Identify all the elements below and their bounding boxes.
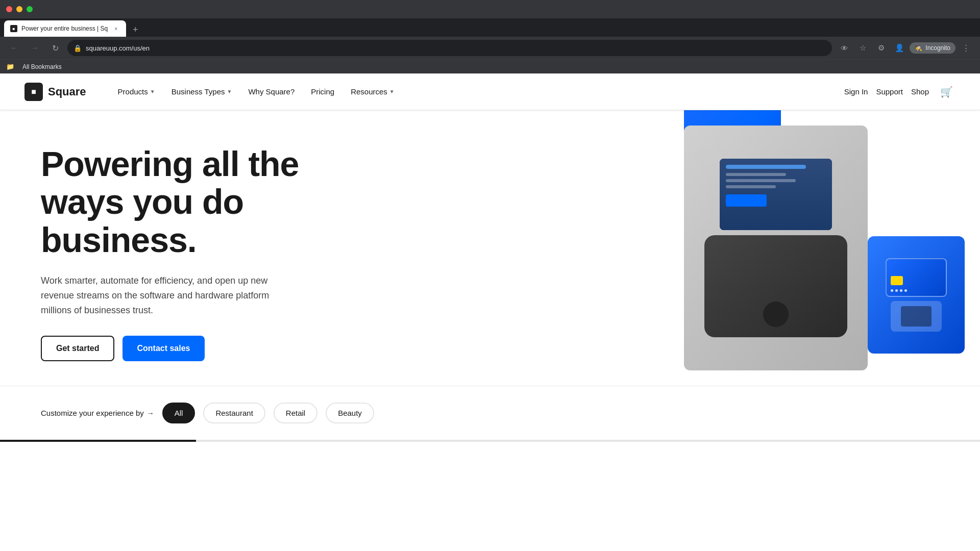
nav-products[interactable]: Products ▼ — [111, 83, 162, 100]
filter-retail-button[interactable]: Retail — [274, 403, 317, 423]
filter-all-button[interactable]: All — [162, 403, 195, 423]
active-tab[interactable]: ■ Power your entire business | Sq × — [4, 20, 126, 37]
hero-buttons: Get started Contact sales — [41, 336, 327, 361]
scroll-indicator — [0, 440, 980, 442]
nav-links: Products ▼ Business Types ▼ Why Square? … — [111, 83, 844, 100]
site-navigation: ■ Square Products ▼ Business Types ▼ Why… — [0, 73, 980, 110]
back-button[interactable]: ← — [6, 40, 22, 56]
hero-subtitle: Work smarter, automate for efficiency, a… — [41, 273, 286, 317]
tab-favicon: ■ — [10, 25, 17, 32]
terminal-screen-content — [720, 159, 832, 230]
phone-visual — [891, 301, 942, 332]
terminal-row-3 — [726, 185, 776, 188]
card-dot-1 — [891, 289, 893, 292]
nav-why-square-label: Why Square? — [248, 87, 295, 96]
window-minimize-button[interactable] — [16, 6, 22, 12]
cart-icon: 🛒 — [940, 86, 953, 98]
tab-title: Power your entire business | Sq — [21, 25, 108, 32]
phone-screen — [901, 306, 932, 327]
nav-business-types[interactable]: Business Types ▼ — [164, 83, 239, 100]
eye-extension-icon[interactable]: 👁 — [836, 40, 852, 56]
terminal-blue-bar — [726, 165, 806, 169]
address-bar[interactable]: 🔒 squareuup.com/us/en — [67, 40, 832, 56]
toolbar-actions: 👁 ☆ ⚙ 👤 🕵 Incognito ⋮ — [836, 40, 974, 56]
shop-link[interactable]: Shop — [911, 87, 929, 96]
bookmark-star-icon[interactable]: ☆ — [854, 40, 871, 56]
business-types-chevron-icon: ▼ — [227, 89, 232, 94]
browser-toolbar: ← → ↻ 🔒 squareuup.com/us/en 👁 ☆ ⚙ 👤 🕵 In… — [0, 37, 980, 59]
browser-titlebar — [0, 0, 980, 18]
scroll-bar — [0, 440, 196, 442]
more-options-button[interactable]: ⋮ — [958, 40, 974, 56]
bookmarks-all[interactable]: All Bookmarks — [18, 62, 66, 71]
nav-business-types-label: Business Types — [172, 87, 225, 96]
hero-title: Powering all the ways you do business. — [41, 145, 327, 259]
products-chevron-icon: ▼ — [150, 89, 155, 94]
get-started-button[interactable]: Get started — [41, 336, 114, 361]
nav-why-square[interactable]: Why Square? — [241, 83, 302, 100]
terminal-base — [704, 235, 847, 337]
bookmarks-bar: 📁 All Bookmarks — [0, 59, 980, 73]
cart-button[interactable]: 🛒 — [937, 83, 955, 101]
contact-sales-button[interactable]: Contact sales — [122, 336, 204, 361]
terminal-visual — [699, 141, 852, 355]
nav-pricing[interactable]: Pricing — [304, 83, 341, 100]
new-tab-button[interactable]: + — [128, 22, 142, 37]
nav-products-label: Products — [118, 87, 148, 96]
terminal-row-1 — [726, 173, 786, 176]
tab-close-button[interactable]: × — [112, 24, 120, 33]
card-dot-4 — [904, 289, 907, 292]
logo-text: Square — [48, 85, 86, 98]
logo-icon: ■ — [24, 83, 43, 101]
bookmarks-folder-icon: 📁 — [6, 63, 14, 70]
nav-resources-label: Resources — [351, 87, 387, 96]
incognito-badge: 🕵 Incognito — [910, 42, 955, 54]
security-icon: 🔒 — [74, 44, 82, 52]
webpage-content: ■ Square Products ▼ Business Types ▼ Why… — [0, 73, 980, 442]
terminal-rows — [726, 173, 826, 188]
category-bar-label: Customize your experience by → — [41, 409, 154, 417]
support-link[interactable]: Support — [876, 87, 903, 96]
hero-section: Powering all the ways you do business. W… — [0, 110, 980, 386]
filter-restaurant-button[interactable]: Restaurant — [203, 403, 265, 423]
window-controls — [6, 6, 33, 12]
card-number — [891, 289, 942, 292]
category-bar: Customize your experience by → All Resta… — [0, 386, 980, 440]
incognito-icon: 🕵 — [915, 44, 922, 52]
credit-card-visual — [886, 258, 947, 297]
nav-pricing-label: Pricing — [311, 87, 334, 96]
extensions-icon[interactable]: ⚙ — [873, 40, 889, 56]
card-payment-scene — [875, 244, 957, 346]
tab-bar: ■ Power your entire business | Sq × + — [0, 18, 980, 37]
sign-in-link[interactable]: Sign In — [844, 87, 868, 96]
filter-beauty-button[interactable]: Beauty — [326, 403, 374, 423]
nav-right: Sign In Support Shop 🛒 — [844, 83, 955, 101]
card-dot-3 — [900, 289, 902, 292]
forward-button[interactable]: → — [27, 40, 43, 56]
category-arrow-icon: → — [147, 409, 154, 417]
nav-resources[interactable]: Resources ▼ — [344, 83, 402, 100]
site-logo[interactable]: ■ Square — [24, 83, 86, 101]
hero-content: Powering all the ways you do business. W… — [41, 145, 327, 362]
window-maximize-button[interactable] — [27, 6, 33, 12]
browser-window: ■ Power your entire business | Sq × + ← … — [0, 0, 980, 442]
reload-button[interactable]: ↻ — [47, 40, 63, 56]
resources-chevron-icon: ▼ — [389, 89, 395, 94]
incognito-label: Incognito — [925, 44, 950, 52]
terminal-cta-button — [726, 194, 767, 207]
hero-terminal-image — [684, 126, 868, 370]
profile-icon[interactable]: 👤 — [891, 40, 908, 56]
card-chip — [891, 276, 903, 285]
hero-images: ■ — [623, 110, 980, 386]
window-close-button[interactable] — [6, 6, 12, 12]
terminal-screen — [720, 159, 832, 230]
card-dot-2 — [895, 289, 898, 292]
terminal-row-2 — [726, 179, 796, 182]
hero-card-image — [868, 236, 965, 354]
address-text: squareuup.com/us/en — [86, 44, 150, 52]
